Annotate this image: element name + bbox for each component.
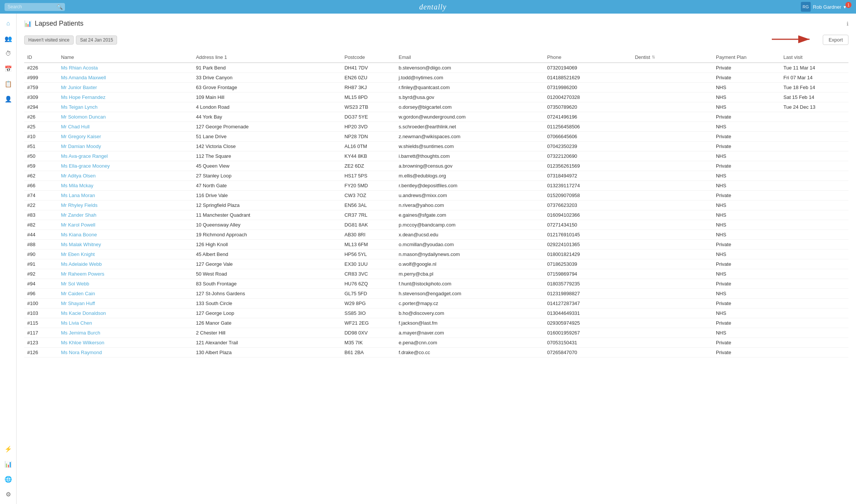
cell-name[interactable]: Mr Zander Shah [58,210,193,220]
cell-lastvisit [780,142,848,151]
search-bar[interactable]: 🔍 [5,3,65,11]
patient-link[interactable]: Mr Damian Moody [61,143,101,149]
sidebar-item-settings[interactable]: ⚙ [2,487,15,501]
patient-link[interactable]: Ms Amanda Maxwell [61,75,106,80]
cell-name[interactable]: Ms Jemima Burch [58,328,193,338]
cell-name[interactable]: Ms Amanda Maxwell [58,73,193,83]
patient-link[interactable]: Mr Zander Shah [61,212,96,218]
sidebar-item-staff[interactable]: 👤 [2,92,15,106]
patient-link[interactable]: Ms Malak Whitney [61,242,101,247]
cell-name[interactable]: Ms Mila Mckay [58,181,193,191]
patient-link[interactable]: Mr Sol Webb [61,281,89,287]
sidebar-item-flash[interactable]: ⚡ [2,442,15,456]
patient-link[interactable]: Ms Khloe Wilkerson [61,340,104,345]
cell-name[interactable]: Mr Gregory Kaiser [58,132,193,142]
cell-dentist [632,151,713,161]
patient-link[interactable]: Mr Eben Knight [61,251,95,257]
cell-email: s.byrd@usa.gov [396,92,544,102]
cell-address: 127 St-Johns Gardens [193,289,341,299]
table-row: #100 Mr Shayan Huff 133 South Circle W29… [24,299,848,308]
patient-link[interactable]: Mr Caiden Cain [61,291,95,296]
patient-link[interactable]: Ms Adelaide Webb [61,261,102,267]
cell-name[interactable]: Mr Damian Moody [58,142,193,151]
cell-address: 127 George Loop [193,308,341,318]
sidebar-item-home[interactable]: ⌂ [2,17,15,30]
user-menu[interactable]: RG Rob Gardner ▾ 1 [801,2,851,12]
patient-link[interactable]: Mr Raheem Powers [61,271,104,277]
cell-name[interactable]: Mr Sol Webb [58,279,193,289]
cell-name[interactable]: Mr Aditya Olsen [58,171,193,181]
cell-name[interactable]: Mr Rhyley Fields [58,200,193,210]
table-row: #59 Ms Ella-grace Mooney 45 Queen View Z… [24,161,848,171]
cell-name[interactable]: Ms Khloe Wilkerson [58,338,193,348]
cell-name[interactable]: Ms Hope Fernandez [58,92,193,102]
table-row: #51 Mr Damian Moody 142 Victoria Close A… [24,142,848,151]
cell-name[interactable]: Mr Eben Knight [58,250,193,259]
patient-link[interactable]: Mr Gregory Kaiser [61,134,101,139]
cell-name[interactable]: Mr Caiden Cain [58,289,193,299]
patient-link[interactable]: Ms Kacie Donaldson [61,310,106,316]
sidebar-item-reports[interactable]: 📊 [2,457,15,471]
patient-link[interactable]: Ms Lana Moran [61,193,95,198]
cell-postcode: CR37 7RL [341,210,396,220]
patient-link[interactable]: Ms Hope Fernandez [61,94,105,100]
patient-link[interactable]: Ms Ava-grace Rangel [61,153,108,159]
cell-name[interactable]: Ms Ella-grace Mooney [58,161,193,171]
cell-name[interactable]: Mr Chad Hull [58,122,193,132]
cell-name[interactable]: Ms Kacie Donaldson [58,308,193,318]
col-header-email: Email [396,52,544,63]
cell-name[interactable]: Mr Raheem Powers [58,269,193,279]
cell-name[interactable]: Ms Teigan Lynch [58,102,193,112]
export-button[interactable]: Export [823,35,848,45]
table-row: #94 Mr Sol Webb 83 South Frontage HU76 6… [24,279,848,289]
cell-name[interactable]: Ms Malak Whitney [58,240,193,250]
cell-name[interactable]: Mr Karol Powell [58,220,193,230]
cell-phone: 07186253039 [544,259,632,269]
patient-link[interactable]: Mr Solomon Duncan [61,114,106,120]
patient-link[interactable]: Ms Mila Mckay [61,183,93,188]
cell-name[interactable]: Ms Livia Chen [58,318,193,328]
patient-link[interactable]: Ms Jemima Burch [61,330,100,336]
cell-name[interactable]: Mr Shayan Huff [58,299,193,308]
patient-link[interactable]: Ms Kiana Boone [61,232,97,237]
cell-name[interactable]: Ms Rhian Acosta [58,63,193,73]
gear-icon: ⚙ [6,491,11,498]
patient-link[interactable]: Mr Junior Baxter [61,85,97,90]
cell-name[interactable]: Ms Ava-grace Rangel [58,151,193,161]
patient-link[interactable]: Mr Shayan Huff [61,301,95,306]
cell-id: #91 [24,259,58,269]
col-header-dentist[interactable]: Dentist ⇅ [632,52,713,63]
cell-name[interactable]: Mr Solomon Duncan [58,112,193,122]
patient-link[interactable]: Mr Karol Powell [61,222,95,228]
patient-link[interactable]: Ms Teigan Lynch [61,104,97,110]
cell-lastvisit [780,289,848,299]
cell-name[interactable]: Mr Junior Baxter [58,83,193,92]
search-input[interactable] [8,4,57,9]
patient-link[interactable]: Mr Aditya Olsen [61,173,96,179]
cell-name[interactable]: Ms Nora Raymond [58,348,193,358]
sidebar-item-calendar[interactable]: 📅 [2,62,15,76]
patient-link[interactable]: Mr Rhyley Fields [61,202,97,208]
patient-link[interactable]: Ms Livia Chen [61,320,92,326]
sidebar-item-globe[interactable]: 🌐 [2,472,15,486]
cell-postcode: NP28 7DN [341,132,396,142]
col-header-id: ID [24,52,58,63]
cell-name[interactable]: Ms Lana Moran [58,191,193,200]
table-row: #62 Mr Aditya Olsen 27 Stanley Loop HS17… [24,171,848,181]
patient-link[interactable]: Ms Nora Raymond [61,350,102,355]
cell-phone: 07241496196 [544,112,632,122]
sort-icon[interactable]: ⇅ [652,55,655,60]
cell-name[interactable]: Ms Adelaide Webb [58,259,193,269]
filter-date[interactable]: Sat 24 Jan 2015 [76,35,117,45]
cell-lastvisit [780,308,848,318]
patient-link[interactable]: Mr Chad Hull [61,124,89,129]
cell-name[interactable]: Ms Kiana Boone [58,230,193,240]
cell-postcode: RH87 3KJ [341,83,396,92]
patient-link[interactable]: Ms Ella-grace Mooney [61,163,110,169]
sidebar-item-patients[interactable]: 👥 [2,32,15,45]
sidebar-item-recalls[interactable]: ⏱ [2,47,15,60]
cell-lastvisit [780,161,848,171]
col-header-phone: Phone [544,52,632,63]
patient-link[interactable]: Ms Rhian Acosta [61,65,98,71]
sidebar-item-tasks[interactable]: 📋 [2,77,15,91]
